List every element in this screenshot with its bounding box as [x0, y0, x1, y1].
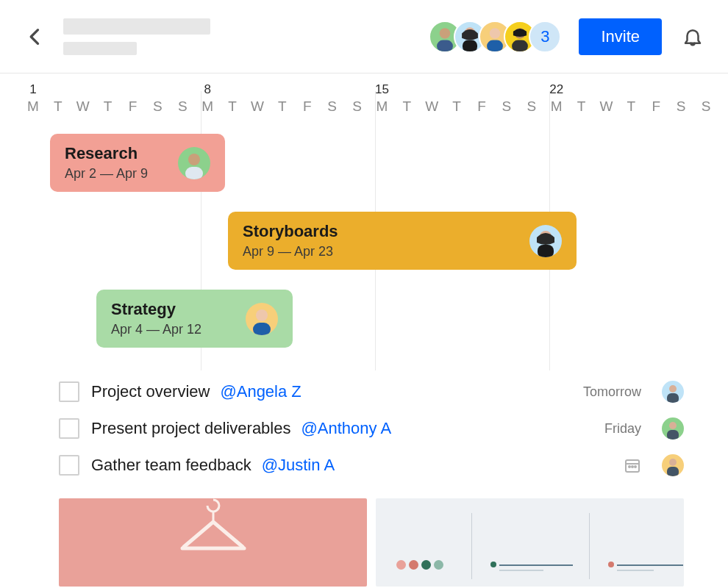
gantt-assignee-avatar[interactable] [246, 303, 278, 335]
header-bar: 3 Invite [0, 0, 728, 74]
task-checkbox[interactable] [59, 381, 79, 402]
gantt-bar-research[interactable]: Research Apr 2 — Apr 9 [50, 134, 225, 192]
svg-rect-1 [437, 40, 453, 51]
timeline-day-number: 22 [544, 82, 569, 98]
timeline-day: F [643, 82, 668, 119]
timeline-day: T [618, 82, 643, 119]
gantt-dates: Apr 2 — Apr 9 [65, 166, 178, 182]
timeline-day-letter: M [544, 98, 569, 115]
gantt-area: Research Apr 2 — Apr 9 Storyboards Apr 9… [0, 128, 728, 370]
timeline-day: S [519, 82, 544, 119]
timeline-day-number [444, 82, 469, 98]
task-checkbox[interactable] [59, 455, 79, 476]
gantt-bar-strategy[interactable]: Strategy Apr 4 — Apr 12 [96, 290, 293, 348]
chart-line [617, 564, 683, 566]
svg-point-20 [629, 466, 630, 467]
chart-legend-dot [409, 560, 418, 570]
timeline-day-number [469, 82, 494, 98]
svg-point-14 [669, 385, 677, 392]
timeline-day-number [270, 82, 295, 98]
task-assignee-avatar[interactable] [662, 381, 684, 403]
timeline-day: T [220, 82, 245, 119]
svg-point-16 [669, 422, 677, 429]
timeline-day-letter: M [21, 98, 46, 115]
timeline-day-letter: T [220, 98, 245, 115]
gantt-assignee-avatar[interactable] [178, 147, 210, 179]
timeline-scale: 1MTWTFSS8MTWTFSS15MTWTFSS22MTWTFSS [0, 82, 728, 119]
collaborator-avatars: 3 [429, 21, 561, 53]
chart-line [617, 570, 654, 571]
task-assignee-avatar[interactable] [662, 454, 684, 476]
back-button[interactable] [21, 22, 50, 51]
task-list: Project overview@Angela ZTomorrowPresent… [0, 373, 728, 484]
timeline-day: W [71, 82, 96, 119]
timeline-day-letter: T [394, 98, 419, 115]
svg-rect-17 [667, 430, 679, 440]
timeline-day-number [618, 82, 643, 98]
timeline-day: 1M [21, 82, 46, 119]
svg-rect-5 [487, 40, 503, 51]
gantt-dates: Apr 9 — Apr 23 [243, 244, 529, 259]
attachment-image[interactable] [59, 498, 367, 587]
timeline-day-letter: S [145, 98, 170, 115]
attachment-chart[interactable] [376, 498, 684, 587]
calendar-icon[interactable] [624, 456, 641, 474]
svg-rect-9 [185, 167, 203, 179]
title-placeholder [63, 18, 210, 55]
timeline-day-number [220, 82, 245, 98]
timeline-day-number: 15 [369, 82, 394, 98]
task-title: Present project deliverables [91, 419, 290, 438]
timeline-day: T [569, 82, 594, 119]
task-assignee-avatar[interactable] [662, 417, 684, 440]
timeline-day-number [569, 82, 594, 98]
task-mention[interactable]: @Anthony A [301, 419, 391, 438]
svg-rect-7 [512, 40, 528, 51]
chart-legend-dot [434, 560, 443, 570]
timeline-day-number [519, 82, 544, 98]
timeline-day: W [245, 82, 270, 119]
svg-rect-13 [253, 323, 271, 335]
gantt-bar-storyboards[interactable]: Storyboards Apr 9 — Apr 23 [228, 212, 577, 270]
gantt-dates: Apr 4 — Apr 12 [111, 322, 246, 337]
chart-line [499, 564, 573, 566]
timeline-day-number [71, 82, 96, 98]
timeline-day-letter: T [569, 98, 594, 115]
timeline-day-letter: S [320, 98, 345, 115]
gantt-title: Strategy [111, 300, 246, 319]
timeline-day-number [693, 82, 718, 98]
timeline-day: T [96, 82, 121, 119]
timeline-day: F [469, 82, 494, 119]
timeline-day-letter: T [96, 98, 121, 115]
svg-point-0 [440, 28, 451, 39]
timeline-day-letter: S [668, 98, 693, 115]
timeline-day: T [270, 82, 295, 119]
task-mention[interactable]: @Justin A [262, 456, 335, 475]
notifications-button[interactable] [678, 22, 707, 51]
avatar-more-count[interactable]: 3 [529, 21, 561, 53]
timeline-day-number [593, 82, 618, 98]
timeline-day-letter: W [71, 98, 96, 115]
chart-legend-dot [396, 560, 406, 570]
timeline-day-number [96, 82, 121, 98]
timeline-day-letter: T [270, 98, 295, 115]
timeline-day: W [419, 82, 444, 119]
chart-divider [471, 513, 472, 579]
timeline-day: S [494, 82, 519, 119]
timeline-day-number [419, 82, 444, 98]
task-title: Gather team feedback [91, 456, 251, 475]
timeline-day: 15M [369, 82, 394, 119]
timeline-day-number [245, 82, 270, 98]
timeline-day-number: 1 [21, 82, 46, 98]
svg-rect-3 [463, 40, 477, 51]
timeline-day-number [345, 82, 370, 98]
subtitle-skeleton-line [63, 42, 137, 55]
gantt-assignee-avatar[interactable] [529, 225, 562, 257]
svg-rect-15 [667, 393, 679, 403]
chart-legend-dot [421, 560, 431, 570]
invite-button[interactable]: Invite [579, 18, 662, 55]
title-skeleton-line [63, 18, 210, 35]
task-checkbox[interactable] [59, 418, 79, 439]
svg-rect-11 [538, 245, 554, 257]
task-mention[interactable]: @Angela Z [220, 382, 301, 401]
timeline-day-number [295, 82, 320, 98]
